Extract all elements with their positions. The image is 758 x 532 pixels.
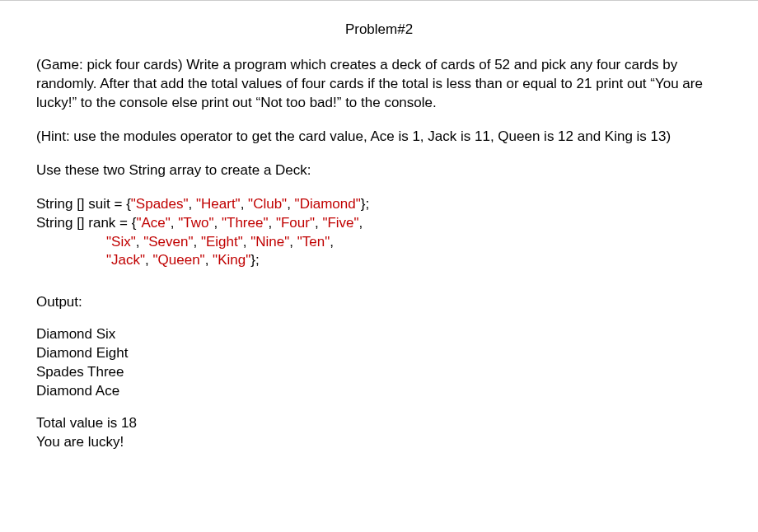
code-string: "Two" [178,215,213,231]
code-string: "King" [213,252,250,268]
code-text: String [] rank = { [36,215,136,231]
code-string: "Seven" [143,234,193,250]
output-section: Output: Diamond Six Diamond Eight Spades… [36,293,722,452]
code-text: String [] suit = { [36,196,131,212]
code-string: "Heart" [196,196,241,212]
code-string: "Jack" [106,252,145,268]
problem-title: Problem#2 [36,21,722,40]
code-string: "Diamond" [295,196,361,212]
code-indent [36,252,106,268]
output-label: Output: [36,293,722,312]
output-result: Total value is 18 You are lucky! [36,414,722,452]
code-snippet: String [] suit = {"Spades", "Heart", "Cl… [36,195,722,271]
problem-instruction: Use these two String array to create a D… [36,161,722,180]
code-string: "Nine" [250,234,289,250]
code-text: , [241,196,248,212]
problem-description: (Game: pick four cards) Write a program … [36,56,722,113]
code-string: "Ten" [297,234,330,250]
code-string: "Ace" [136,215,170,231]
code-string: "Queen" [153,252,205,268]
code-string: "Spades" [131,196,189,212]
code-text: , [193,234,200,250]
code-text: , [268,215,275,231]
code-text: , [189,196,196,212]
code-text: }; [250,252,259,268]
code-text: }; [361,196,369,212]
code-text: , [205,252,213,268]
code-text: , [136,234,143,250]
code-string: "Six" [106,234,136,250]
code-indent [36,234,106,250]
code-string: "Club" [248,196,287,212]
code-text: , [330,234,334,250]
code-text: , [289,234,297,250]
code-string: "Three" [222,215,268,231]
code-string: "Five" [322,215,358,231]
code-string: "Eight" [201,234,243,250]
code-text: , [315,215,322,231]
code-text: , [287,196,294,212]
problem-hint: (Hint: use the modules operator to get t… [36,128,722,147]
output-cards: Diamond Six Diamond Eight Spades Three D… [36,325,722,401]
code-text: , [214,215,222,231]
code-text: , [171,215,178,231]
code-text: , [145,252,152,268]
code-text: , [359,215,363,231]
code-string: "Four" [276,215,315,231]
code-text: , [243,234,250,250]
